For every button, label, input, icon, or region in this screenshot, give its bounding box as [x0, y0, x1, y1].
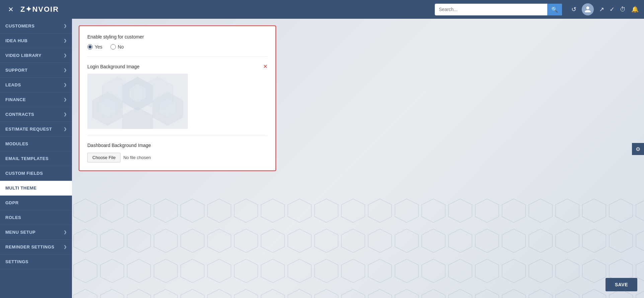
- chevron-icon: ❯: [64, 112, 67, 117]
- sidebar-item-label: SUPPORT: [5, 68, 27, 73]
- sidebar-item-finance[interactable]: FINANCE❯: [0, 92, 72, 107]
- sidebar-item-custom-fields[interactable]: CUSTOM FIELDS: [0, 166, 72, 181]
- chevron-icon: ❯: [64, 245, 67, 249]
- chevron-icon: ❯: [64, 53, 67, 58]
- choose-file-button[interactable]: Choose File: [87, 153, 120, 162]
- search-button[interactable]: 🔍: [547, 4, 562, 15]
- save-button[interactable]: SAVE: [606, 278, 637, 291]
- login-bg-header: Login Background Image ✕: [87, 63, 267, 70]
- sidebar-item-support[interactable]: SUPPORT❯: [0, 63, 72, 78]
- dashboard-bg-label: Dashboard Background Image: [87, 143, 267, 148]
- enable-styling-label: Enable styling for customer: [87, 34, 267, 40]
- search-input[interactable]: [435, 4, 547, 15]
- chevron-icon: ❯: [64, 127, 67, 131]
- sidebar-item-menu-setup[interactable]: MENU SETUP❯: [0, 225, 72, 240]
- chevron-icon: ❯: [64, 68, 67, 72]
- close-button[interactable]: ✕: [5, 4, 16, 15]
- chevron-icon: ❯: [64, 24, 67, 28]
- sidebar-item-video-library[interactable]: VIDEO LIBRARY❯: [0, 48, 72, 63]
- main-content: Enable styling for customer Yes No: [72, 19, 644, 298]
- layout: CUSTOMERS❯IDEA HUB❯VIDEO LIBRARY❯SUPPORT…: [0, 19, 644, 298]
- clock-icon[interactable]: ⏱: [620, 6, 626, 13]
- no-file-label: No file chosen: [123, 155, 151, 160]
- sidebar-item-label: MENU SETUP: [5, 230, 35, 235]
- app-logo: Z✦NVOIR: [20, 5, 59, 14]
- sidebar-item-label: VIDEO LIBRARY: [5, 53, 42, 58]
- radio-no-option[interactable]: No: [110, 44, 124, 50]
- radio-yes-option[interactable]: Yes: [87, 44, 102, 50]
- sidebar-item-label: CUSTOM FIELDS: [5, 171, 43, 176]
- dashboard-bg-section: Dashboard Background Image Choose File N…: [87, 143, 267, 162]
- sidebar-item-email-templates[interactable]: EMAIL TEMPLATES: [0, 151, 72, 166]
- login-bg-preview: [87, 74, 188, 129]
- sidebar-item-contracts[interactable]: CONTRACTS❯: [0, 107, 72, 122]
- sidebar-item-label: MULTI THEME: [5, 185, 36, 191]
- chevron-icon: ❯: [64, 230, 67, 234]
- sidebar: CUSTOMERS❯IDEA HUB❯VIDEO LIBRARY❯SUPPORT…: [0, 19, 72, 298]
- radio-yes-label: Yes: [95, 44, 102, 50]
- radio-yes-input[interactable]: [87, 44, 93, 50]
- sidebar-item-multi-theme[interactable]: MULTI THEME: [0, 181, 72, 196]
- content-area: Enable styling for customer Yes No: [72, 19, 644, 298]
- sidebar-item-label: ROLES: [5, 215, 21, 220]
- sidebar-item-estimate-request[interactable]: ESTIMATE REQUEST❯: [0, 122, 72, 137]
- history-icon[interactable]: ↺: [571, 6, 576, 13]
- sidebar-item-idea-hub[interactable]: IDEA HUB❯: [0, 33, 72, 48]
- search-bar: 🔍: [435, 4, 562, 15]
- radio-no-input[interactable]: [110, 44, 116, 50]
- form-card: Enable styling for customer Yes No: [79, 25, 276, 171]
- login-bg-label: Login Background Image: [87, 64, 140, 69]
- share-icon[interactable]: ↗: [599, 6, 604, 13]
- sidebar-item-label: SETTINGS: [5, 259, 28, 264]
- radio-no-label: No: [118, 44, 124, 50]
- sidebar-item-label: FINANCE: [5, 97, 26, 102]
- chevron-icon: ❯: [64, 83, 67, 87]
- sidebar-item-label: GDPR: [5, 200, 19, 205]
- preview-svg: [87, 74, 188, 129]
- login-bg-section: Login Background Image ✕: [87, 63, 267, 136]
- settings-gear-button[interactable]: ⚙: [632, 143, 644, 155]
- sidebar-item-customers[interactable]: CUSTOMERS❯: [0, 19, 72, 33]
- delete-login-bg-icon[interactable]: ✕: [263, 63, 267, 70]
- sidebar-item-leads[interactable]: LEADS❯: [0, 78, 72, 92]
- sidebar-item-label: MODULES: [5, 141, 28, 146]
- logo-text: Z✦NVOIR: [20, 5, 59, 14]
- sidebar-item-label: REMINDER SETTINGS: [5, 244, 54, 249]
- sidebar-item-label: ESTIMATE REQUEST: [5, 127, 52, 132]
- user-avatar[interactable]: [582, 3, 594, 15]
- enable-styling-section: Enable styling for customer Yes No: [87, 34, 267, 57]
- header: ✕ Z✦NVOIR 🔍 ↺ ↗ ✓ ⏱ 🔔: [0, 0, 644, 19]
- sidebar-item-label: CUSTOMERS: [5, 23, 34, 28]
- header-icons: ↺ ↗ ✓ ⏱ 🔔: [571, 3, 639, 15]
- save-btn-container: SAVE: [606, 278, 637, 291]
- sidebar-item-roles[interactable]: ROLES: [0, 210, 72, 225]
- check-icon[interactable]: ✓: [610, 6, 615, 13]
- sidebar-item-label: EMAIL TEMPLATES: [5, 156, 49, 161]
- bell-icon[interactable]: 🔔: [631, 6, 639, 13]
- file-input-wrapper: Choose File No file chosen: [87, 153, 267, 162]
- sidebar-item-reminder-settings[interactable]: REMINDER SETTINGS❯: [0, 240, 72, 254]
- yes-no-radio-group: Yes No: [87, 44, 267, 50]
- chevron-icon: ❯: [64, 97, 67, 102]
- sidebar-item-settings[interactable]: SETTINGS: [0, 254, 72, 269]
- sidebar-item-label: IDEA HUB: [5, 38, 27, 43]
- sidebar-item-label: LEADS: [5, 82, 21, 87]
- sidebar-item-gdpr[interactable]: GDPR: [0, 196, 72, 210]
- sidebar-item-label: CONTRACTS: [5, 112, 34, 117]
- sidebar-item-modules[interactable]: MODULES: [0, 137, 72, 151]
- hex-background: [72, 198, 644, 298]
- chevron-icon: ❯: [64, 39, 67, 43]
